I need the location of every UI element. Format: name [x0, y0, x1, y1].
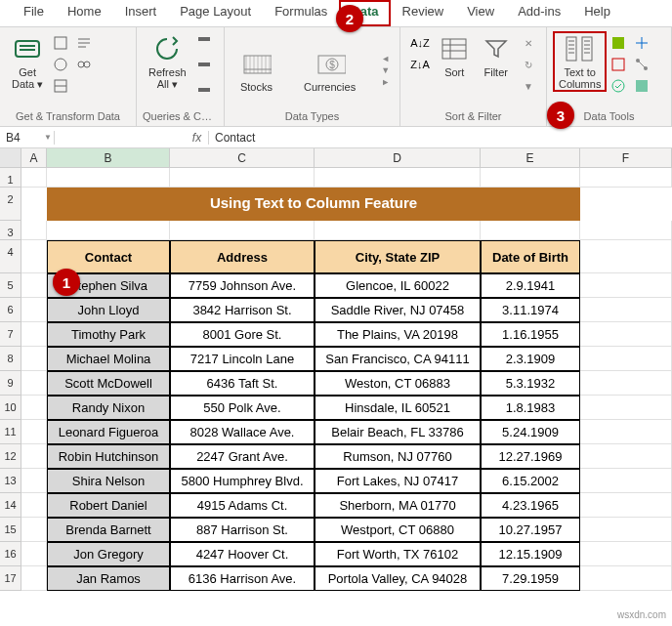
manage-data-model-icon[interactable]	[632, 76, 651, 96]
chevron-down-icon[interactable]: ▼	[44, 133, 52, 142]
get-data-button[interactable]: Get Data ▾	[6, 31, 49, 92]
row-header[interactable]: 2	[0, 188, 21, 221]
cell-contact[interactable]: Scott McDowell	[47, 371, 170, 396]
cell-address[interactable]: 5800 Humphrey Blvd.	[170, 469, 315, 493]
cell-address[interactable]: 887 Harrison St.	[170, 518, 315, 542]
row-header[interactable]: 8	[0, 347, 21, 371]
cell-city[interactable]: Saddle River, NJ 07458	[315, 298, 481, 322]
recent-sources-icon[interactable]	[74, 33, 94, 53]
flash-fill-icon[interactable]	[609, 33, 628, 53]
row-header[interactable]: 14	[0, 493, 21, 518]
cell-city[interactable]: The Plains, VA 20198	[315, 322, 481, 347]
cell-city[interactable]: Weston, CT 06883	[315, 371, 481, 396]
row-header[interactable]: 5	[0, 273, 21, 298]
cell-dob[interactable]: 4.23.1965	[481, 493, 580, 518]
cell-dob[interactable]: 12.15.1909	[481, 542, 580, 566]
from-web-icon[interactable]	[51, 55, 70, 74]
cell-contact[interactable]: Robin Hutchinson	[47, 444, 170, 469]
cell-city[interactable]: San Francisco, CA 94111	[315, 347, 481, 371]
cell-dob[interactable]: 2.9.1941	[481, 273, 580, 298]
cell-address[interactable]: 6436 Taft St.	[170, 371, 315, 396]
cell-contact[interactable]: Brenda Barnett	[47, 518, 170, 542]
cell-city[interactable]: Glencoe, IL 60022	[315, 273, 481, 298]
queries-icon[interactable]	[194, 33, 214, 53]
filter-button[interactable]: Filter	[476, 31, 518, 80]
cell-contact[interactable]: Jan Ramos	[47, 566, 170, 591]
cell-address[interactable]: 4915 Adams Ct.	[170, 493, 315, 518]
col-header-b[interactable]: B	[47, 148, 170, 167]
row-header[interactable]: 12	[0, 444, 21, 469]
col-header-d[interactable]: D	[315, 148, 481, 167]
col-header-a[interactable]: A	[21, 148, 47, 167]
tab-add-ins[interactable]: Add-ins	[506, 0, 572, 26]
header-city[interactable]: City, State ZIP	[315, 240, 481, 273]
cell-city[interactable]: Fort Lakes, NJ 07417	[315, 469, 481, 493]
row-header[interactable]: 17	[0, 566, 21, 591]
edit-links-icon[interactable]	[194, 76, 214, 96]
row-header[interactable]: 6	[0, 298, 21, 322]
tab-formulas[interactable]: Formulas	[263, 0, 339, 26]
cell-city[interactable]: Hinsdale, IL 60521	[315, 396, 481, 420]
reapply-icon[interactable]: ↻	[519, 55, 538, 74]
data-types-nav[interactable]: ◄▼►	[381, 54, 390, 87]
cell-contact[interactable]: Leonard Figueroa	[47, 420, 170, 444]
col-header-c[interactable]: C	[170, 148, 315, 167]
data-validation-icon[interactable]	[609, 76, 628, 96]
consolidate-icon[interactable]	[632, 33, 651, 53]
properties-icon[interactable]	[194, 55, 214, 74]
tab-help[interactable]: Help	[572, 0, 622, 26]
cell-dob[interactable]: 5.24.1909	[481, 420, 580, 444]
cell-address[interactable]: 4247 Hoover Ct.	[170, 542, 315, 566]
cell-city[interactable]: Westport, CT 06880	[315, 518, 481, 542]
cell-dob[interactable]: 7.29.1959	[481, 566, 580, 591]
from-text-icon[interactable]	[51, 33, 70, 53]
cell-contact[interactable]: Randy Nixon	[47, 396, 170, 420]
remove-duplicates-icon[interactable]	[609, 55, 628, 74]
tab-view[interactable]: View	[455, 0, 506, 26]
tab-page-layout[interactable]: Page Layout	[168, 0, 263, 26]
from-table-icon[interactable]	[51, 76, 70, 96]
cell-address[interactable]: 8028 Wallace Ave.	[170, 420, 315, 444]
cell-contact[interactable]: John Lloyd	[47, 298, 170, 322]
col-header-f[interactable]: F	[580, 148, 672, 167]
refresh-all-button[interactable]: Refresh All ▾	[143, 31, 192, 92]
cell-city[interactable]: Belair Beach, FL 33786	[315, 420, 481, 444]
cell-address[interactable]: 7217 Lincoln Lane	[170, 347, 315, 371]
cell-dob[interactable]: 2.3.1909	[481, 347, 580, 371]
row-header[interactable]: 13	[0, 469, 21, 493]
formula-input[interactable]: Contact	[209, 131, 672, 145]
sort-asc-icon[interactable]: A↓Z	[408, 33, 432, 53]
select-all-cell[interactable]	[0, 148, 21, 167]
cell-address[interactable]: 8001 Gore St.	[170, 322, 315, 347]
tab-insert[interactable]: Insert	[113, 0, 169, 26]
cell-dob[interactable]: 6.15.2002	[481, 469, 580, 493]
cell-contact[interactable]: Timothy Park	[47, 322, 170, 347]
row-header[interactable]: 9	[0, 371, 21, 396]
cell-address[interactable]: 550 Polk Ave.	[170, 396, 315, 420]
stocks-button[interactable]: Stocks	[234, 46, 278, 95]
col-header-e[interactable]: E	[481, 148, 580, 167]
tab-review[interactable]: Review	[391, 0, 456, 26]
tab-file[interactable]: File	[12, 0, 56, 26]
name-box[interactable]: B4▼	[0, 131, 55, 145]
cell-contact[interactable]: Jon Gregory	[47, 542, 170, 566]
cell-city[interactable]: Rumson, NJ 07760	[315, 444, 481, 469]
row-header[interactable]: 10	[0, 396, 21, 420]
fx-icon[interactable]: fx	[186, 131, 209, 145]
cell-city[interactable]: Fort Worth, TX 76102	[315, 542, 481, 566]
row-header[interactable]: 15	[0, 518, 21, 542]
cell-contact[interactable]: Michael Molina	[47, 347, 170, 371]
header-address[interactable]: Address	[170, 240, 315, 273]
currencies-button[interactable]: $ Currencies	[298, 46, 361, 95]
advanced-icon[interactable]: ▼	[519, 76, 538, 96]
cell-dob[interactable]: 3.11.1974	[481, 298, 580, 322]
cell-contact[interactable]: Robert Daniel	[47, 493, 170, 518]
cell-address[interactable]: 2247 Grant Ave.	[170, 444, 315, 469]
cell-contact[interactable]: Shira Nelson	[47, 469, 170, 493]
row-header[interactable]: 7	[0, 322, 21, 347]
cell-dob[interactable]: 12.27.1969	[481, 444, 580, 469]
row-header[interactable]: 4	[0, 240, 21, 273]
cell-address[interactable]: 6136 Harrison Ave.	[170, 566, 315, 591]
row-header[interactable]: 16	[0, 542, 21, 566]
cell-dob[interactable]: 5.3.1932	[481, 371, 580, 396]
